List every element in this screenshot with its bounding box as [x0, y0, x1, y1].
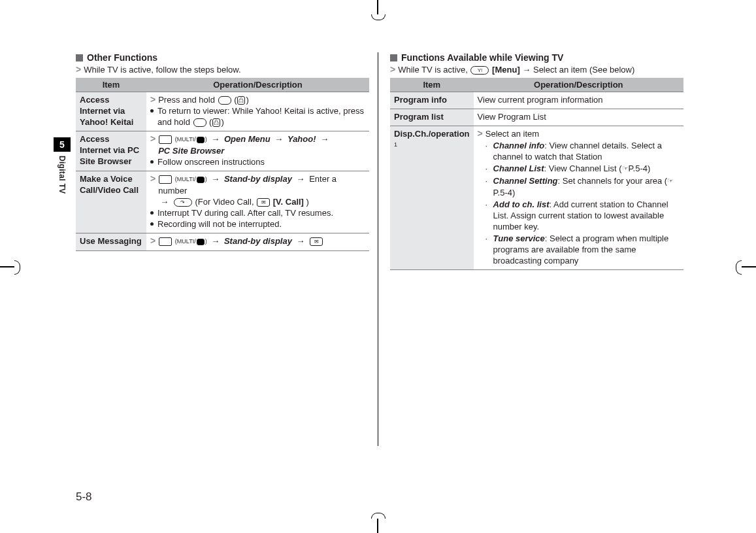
chapter-label: Digital TV: [58, 156, 67, 194]
table-row: Program list View Program List: [390, 109, 683, 126]
multi-label: (MULTI/): [175, 176, 207, 182]
crop-mark-bottom: [371, 513, 384, 533]
key-small-icon: [197, 177, 205, 183]
chevron-icon: >: [150, 133, 156, 145]
key-icon: [218, 96, 231, 105]
item-cell: Use Messaging: [76, 233, 146, 251]
op-body: (MULTI/) → Stand-by display → ✉: [158, 235, 365, 247]
section-heading-right: Functions Available while Viewing TV: [390, 52, 683, 63]
table-header-row: Item Operation/Description: [76, 78, 369, 92]
op-body: Press and hold (凸): [158, 94, 365, 105]
hand-pointer-icon: ☞: [667, 175, 674, 186]
list-item: Tune service: Select a program when mult…: [485, 233, 680, 266]
chevron-icon: >: [76, 64, 81, 75]
op-body: (MULTI/) → Open Menu → Yahoo! → PC Site …: [158, 133, 365, 156]
header-op: Operation/Description: [474, 78, 683, 92]
call-key-icon: ↷: [174, 198, 192, 207]
multi-label: (MULTI/): [175, 136, 207, 143]
heading-text: Other Functions: [87, 52, 157, 63]
mail-key-icon: ✉: [257, 198, 270, 207]
bullet-icon: [150, 109, 154, 112]
page-number: 5-8: [76, 490, 92, 504]
item-cell: Disp.Ch./operation 1: [390, 126, 474, 270]
bullet-icon: [150, 211, 154, 215]
item-cell: Access Internet via Yahoo! Keitai: [76, 92, 146, 131]
y-key-icon: Y!: [470, 66, 489, 75]
header-op: Operation/Description: [146, 78, 369, 92]
op-body: (MULTI/) → Stand-by display → Enter a nu…: [158, 173, 365, 207]
op-cell: > (MULTI/) → Open Menu → Yahoo! → PC Sit…: [146, 131, 369, 171]
item-cell: Access Internet via PC Site Browser: [76, 131, 146, 171]
hand-pointer-icon: ☞: [622, 163, 629, 174]
intro-step-right: > While TV is active, Y! [Menu] → Select…: [390, 64, 683, 75]
key-small-icon: [197, 137, 205, 143]
key-small-icon: [197, 239, 205, 245]
chevron-icon: >: [150, 94, 156, 105]
list-item: Channel Setting: Set channels for your a…: [485, 175, 680, 198]
heading-text: Functions Available while Viewing TV: [401, 52, 563, 63]
chevron-icon: >: [390, 64, 395, 75]
op-cell: > (MULTI/) → Stand-by display → Enter a …: [146, 171, 369, 233]
section-heading-left: Other Functions: [76, 52, 369, 63]
content: Other Functions > While TV is active, fo…: [76, 52, 683, 270]
op-cell: > Select an item Channel info: View chan…: [474, 126, 683, 270]
table-row: Make a Voice Call/Video Call > (MULTI/) …: [76, 171, 369, 233]
table-row: Disp.Ch./operation 1 > Select an item Ch…: [390, 126, 683, 270]
item-cell: Make a Voice Call/Video Call: [76, 171, 146, 233]
note-text: Follow onscreen instructions: [157, 156, 265, 167]
mail-key-icon: ✉: [310, 237, 323, 246]
list-item: Channel info: View channel details. Sele…: [485, 140, 680, 162]
table-row: Use Messaging > (MULTI/) → Stand-by disp…: [76, 233, 369, 251]
table-row: Access Internet via PC Site Browser > (M…: [76, 131, 369, 171]
operations-table-right: Item Operation/Description Program info …: [390, 78, 683, 270]
op-cell: View Program List: [474, 109, 683, 126]
key-icon: [193, 118, 206, 127]
key-icon: [159, 175, 172, 184]
bullet-icon: [150, 160, 154, 163]
bullet-icon: [150, 222, 154, 226]
item-cell: Program list: [390, 109, 474, 126]
multi-label: (MULTI/): [175, 238, 207, 245]
sublist: Channel info: View channel details. Sele…: [478, 140, 680, 266]
intro-text: While TV is active, Y! [Menu] → Select a…: [398, 64, 634, 75]
left-column: Other Functions > While TV is active, fo…: [76, 52, 369, 270]
square-bullet-icon: [390, 54, 397, 61]
crop-mark-top: [371, 0, 384, 20]
header-item: Item: [390, 78, 474, 92]
intro-step-left: > While TV is active, follow the steps b…: [76, 64, 369, 75]
side-tab: 5 Digital TV: [54, 137, 71, 194]
crop-mark-left: [0, 260, 26, 273]
op-cell: > (MULTI/) → Stand-by display → ✉: [146, 233, 369, 251]
key-icon: [159, 135, 172, 144]
key-icon: [159, 237, 172, 246]
square-bullet-icon: [76, 54, 83, 61]
list-item: Add to ch. list: Add current station to …: [485, 199, 680, 232]
crop-mark-right: [730, 260, 756, 273]
table-header-row: Item Operation/Description: [390, 78, 683, 92]
note-text: Interrupt TV during call. After call, TV…: [157, 207, 333, 218]
operations-table-left: Item Operation/Description Access Intern…: [76, 78, 369, 251]
table-row: Access Internet via Yahoo! Keitai > Pres…: [76, 92, 369, 131]
page: 5 Digital TV Other Functions > While TV …: [0, 0, 756, 533]
chapter-number: 5: [54, 137, 71, 152]
key-inner-icon: 凸: [212, 118, 220, 127]
chevron-icon: >: [150, 235, 156, 247]
note-text: Recording will not be interrupted.: [157, 218, 282, 230]
key-inner-icon: 凸: [237, 96, 245, 105]
note-text: To return to viewer: While Yahoo! Keitai…: [157, 105, 365, 128]
header-item: Item: [76, 78, 146, 92]
table-row: Program info View current program inform…: [390, 92, 683, 109]
right-column: Functions Available while Viewing TV > W…: [390, 52, 683, 270]
op-cell: View current program information: [474, 92, 683, 109]
op-cell: > Press and hold (凸) To return to viewer…: [146, 92, 369, 131]
list-item: Channel List: View Channel List (☞P.5-4): [485, 163, 680, 175]
item-cell: Program info: [390, 92, 474, 109]
chevron-icon: >: [150, 173, 156, 184]
chevron-icon: >: [478, 128, 483, 139]
intro-text: While TV is active, follow the steps bel…: [84, 64, 240, 75]
